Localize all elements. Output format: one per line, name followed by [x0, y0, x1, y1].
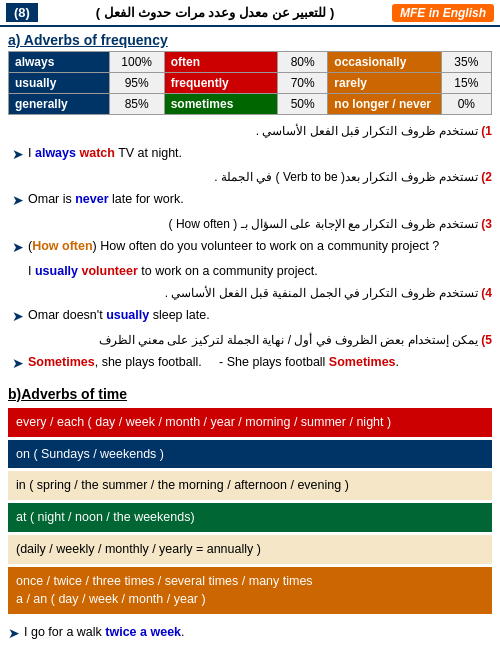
freq-word: usually: [9, 73, 110, 94]
time-adverb-row: every / each ( day / week / month / year…: [8, 408, 492, 437]
time-adverb-row: at ( night / noon / the weekends): [8, 503, 492, 532]
example-3b: I usually volunteer to work on a communi…: [8, 261, 492, 281]
freq-word: always: [9, 52, 110, 73]
table-row: usually 95% frequently 70% rarely 15%: [9, 73, 492, 94]
example-2: ➤ Omar is never late for work.: [8, 189, 492, 211]
freq-pct: 85%: [109, 94, 164, 115]
note-1: 1) تستخدم ظروف التكرار قبل الفعل الأساسي…: [8, 122, 492, 140]
freq-word3: rarely: [328, 73, 441, 94]
note-5: 5) يمكن إستخدام بعض الظروف في أول / نهاي…: [8, 331, 492, 349]
freq-word2: sometimes: [164, 94, 277, 115]
table-row: generally 85% sometimes 50% no longer / …: [9, 94, 492, 115]
freq-pct3: 15%: [441, 73, 491, 94]
time-adverb-row: once / twice / three times / several tim…: [8, 567, 492, 615]
arrow-icon: ➤: [12, 189, 24, 211]
note-4: 4) تستخدم ظروف التكرار في الجمل المنفية …: [8, 284, 492, 302]
freq-word2: often: [164, 52, 277, 73]
example-5: ➤ Sometimes, she plays football. - She p…: [8, 352, 492, 374]
time-adverb-row: in ( spring / the summer / the morning /…: [8, 471, 492, 500]
freq-pct2: 80%: [277, 52, 327, 73]
freq-pct3: 0%: [441, 94, 491, 115]
time-adverb-row: (daily / weekly / monthly / yearly = ann…: [8, 535, 492, 564]
bot-example-1: ➤ I go for a walk twice a week.: [8, 622, 492, 644]
notes-section: 1) تستخدم ظروف التكرار قبل الفعل الأساسي…: [0, 115, 500, 381]
brand-tag: MFE in English: [392, 4, 494, 22]
note-2: 2) تستخدم ظروف التكرار بعد( Verb to be )…: [8, 168, 492, 186]
example-1: ➤ I always watch TV at night.: [8, 143, 492, 165]
note-3: 3) تستخدم ظروف التكرار مع الإجابة على ال…: [8, 215, 492, 233]
table-row: always 100% often 80% occasionally 35%: [9, 52, 492, 73]
arrow-icon: ➤: [12, 305, 24, 327]
freq-pct: 100%: [109, 52, 164, 73]
title-arabic: ( للتعبير عن معدل وعدد مرات حدوث الفعل ): [38, 5, 392, 20]
arrow-icon: ➤: [12, 236, 24, 258]
freq-word: generally: [9, 94, 110, 115]
arrow-icon: ➤: [8, 622, 20, 644]
example-4: ➤ Omar doesn't usually sleep late.: [8, 305, 492, 327]
section-a-title: a) Adverbs of frequency: [0, 27, 500, 51]
freq-pct2: 70%: [277, 73, 327, 94]
frequency-table: always 100% often 80% occasionally 35% u…: [8, 51, 492, 115]
freq-word3: occasionally: [328, 52, 441, 73]
lesson-number: (8): [6, 3, 38, 22]
bottom-examples: ➤ I go for a walk twice a week. ➤ Once a…: [0, 617, 500, 647]
example-3: ➤ (How often) How often do you volunteer…: [8, 236, 492, 258]
arrow-icon: ➤: [12, 143, 24, 165]
section-b-title: b)Adverbs of time: [0, 381, 500, 405]
freq-pct3: 35%: [441, 52, 491, 73]
freq-word2: frequently: [164, 73, 277, 94]
freq-word3: no longer / never: [328, 94, 441, 115]
freq-pct: 95%: [109, 73, 164, 94]
arrow-icon: ➤: [12, 352, 24, 374]
freq-pct2: 50%: [277, 94, 327, 115]
time-rows: every / each ( day / week / month / year…: [0, 408, 500, 614]
time-adverb-row: on ( Sundays / weekends ): [8, 440, 492, 469]
top-bar: (8) ( للتعبير عن معدل وعدد مرات حدوث الف…: [0, 0, 500, 27]
